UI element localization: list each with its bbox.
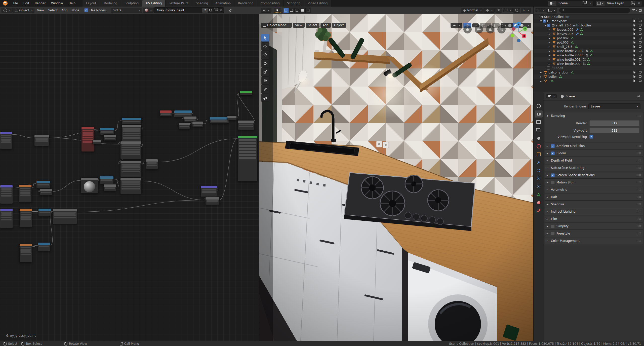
shader-type-dropdown[interactable]: Object▾ [13, 8, 35, 13]
panel-hair[interactable]: ►Hair [545, 194, 643, 200]
viewport-editor-type-button[interactable]: ▾ [261, 8, 271, 13]
shader-node[interactable] [80, 177, 98, 194]
shader-node[interactable] [178, 123, 190, 129]
node-menu-add[interactable]: Add [60, 8, 69, 13]
outliner-display-mode-dropdown[interactable]: ▾ [546, 8, 557, 13]
properties-tab-scene[interactable] [535, 135, 543, 142]
viewport-visibility-icon[interactable] [638, 71, 642, 74]
menu-render[interactable]: Render [32, 2, 48, 5]
select-arrow-icon[interactable] [633, 79, 636, 83]
shader-node[interactable] [100, 128, 114, 135]
tool-move[interactable] [261, 51, 269, 59]
mesh-icon[interactable] [575, 45, 578, 48]
viewport-menu-object[interactable]: Object [332, 23, 346, 28]
panel-bloom[interactable]: ►✓Bloom [545, 150, 643, 157]
outliner-row[interactable]: ►wine bottle 2.002 [534, 49, 644, 53]
nodes-icon[interactable] [585, 49, 589, 53]
node-canvas[interactable]: Grey_glossy_paint [0, 14, 259, 341]
tab-video-editing[interactable]: Video Editing [304, 0, 331, 7]
select-mode-intersect[interactable] [305, 8, 311, 13]
perspective-grid-icon[interactable] [463, 25, 472, 33]
select-arrow-icon[interactable] [633, 62, 636, 65]
tab-modeling[interactable]: Modeling [100, 0, 121, 7]
shader-node[interactable] [122, 125, 142, 141]
viewport-visibility-icon[interactable] [638, 41, 642, 44]
mesh-icon[interactable] [587, 62, 590, 65]
viewport-visibility-icon[interactable] [638, 28, 642, 31]
node-menu-node[interactable]: Node [69, 8, 81, 13]
panel-volumetric[interactable]: ►Volumetric [545, 186, 643, 193]
shader-node-editor[interactable]: ▾ Object▾ ViewSelectAddNode ✓ Use Nodes … [0, 7, 259, 341]
gizmo-z-axis[interactable]: Z [516, 22, 521, 26]
shader-node[interactable] [0, 209, 13, 228]
mesh-icon[interactable] [571, 36, 574, 40]
select-mode-extend[interactable] [289, 8, 294, 13]
properties-editor-type-button[interactable]: ▾ [546, 94, 557, 98]
viewport-visibility-icon[interactable] [638, 32, 642, 35]
collection-checkbox[interactable] [547, 66, 550, 70]
panel-color-management[interactable]: ►Color Management [545, 238, 643, 244]
fake-user-shield-icon[interactable] [208, 8, 213, 13]
panel-motion-blur[interactable]: ►Motion Blur [545, 179, 643, 186]
panel-simplify[interactable]: ►Simplify [545, 223, 643, 229]
tab-uv-editing[interactable]: UV Editing [142, 0, 165, 7]
outliner-row[interactable]: ►wine bottle.002 [534, 62, 644, 66]
shader-node[interactable] [120, 141, 141, 159]
scene-selector[interactable]: ▾ Scene ✕ [548, 1, 594, 6]
viewport-visibility-icon[interactable] [638, 45, 642, 48]
properties-pin-icon[interactable] [636, 94, 641, 99]
properties-tab-physics[interactable] [535, 175, 543, 182]
shader-node[interactable] [227, 116, 237, 120]
use-nodes-checkbox[interactable]: ✓ [84, 8, 88, 12]
mesh-icon[interactable] [571, 41, 574, 44]
viewport-visibility-icon[interactable] [638, 49, 642, 53]
properties-tab-object[interactable] [535, 151, 543, 158]
view-layer-remove-button[interactable]: ✕ [636, 2, 642, 5]
properties-tab-texture[interactable] [535, 207, 543, 214]
panel-shadows[interactable]: ►Shadows [545, 201, 643, 208]
scene-unlink-button[interactable]: ✕ [588, 2, 593, 5]
gizmo-x-neg[interactable] [512, 27, 515, 31]
wrench-icon[interactable] [576, 32, 579, 35]
panel-checkbox[interactable]: ✓ [551, 151, 555, 155]
shader-node[interactable] [237, 136, 258, 181]
select-mode-new[interactable] [283, 8, 289, 13]
scene-icon[interactable]: ▾ [548, 1, 556, 6]
shader-node[interactable] [19, 208, 32, 227]
shader-node[interactable] [120, 178, 141, 194]
panel-screen-space-reflections[interactable]: ►✓Screen Space Reflections [545, 172, 643, 178]
shader-node[interactable] [120, 161, 141, 177]
panel-film[interactable]: ►Film [545, 216, 643, 222]
tab-scripting[interactable]: Scripting [283, 0, 304, 7]
shader-node[interactable] [0, 131, 12, 149]
snap-target-dropdown[interactable]: ▾ [503, 8, 513, 12]
tool-scale[interactable] [261, 68, 269, 76]
shader-node[interactable] [103, 184, 116, 191]
mesh-icon[interactable] [590, 54, 593, 57]
properties-tab-constraints[interactable] [535, 183, 543, 190]
shader-node[interactable] [38, 242, 51, 251]
select-arrow-icon[interactable] [633, 36, 636, 40]
shader-node[interactable] [81, 127, 94, 152]
viewport-scene[interactable]: Object Mode▾ View Select Add Object ▾ ▾ … [259, 14, 533, 341]
select-arrow-icon[interactable] [633, 58, 636, 61]
tab-shading[interactable]: Shading [192, 0, 212, 7]
tool-select-box[interactable] [261, 34, 269, 42]
outliner-row[interactable]: ►wine bottle 2.003 [534, 53, 644, 57]
outliner-row[interactable]: ►pot.002 [534, 36, 644, 40]
shader-node[interactable] [34, 135, 50, 146]
material-name-field[interactable]: Grey_glossy_paint [154, 9, 202, 12]
collection-checkbox[interactable]: ✓ [547, 24, 550, 27]
menu-file[interactable]: File [10, 2, 21, 5]
shader-node[interactable] [19, 184, 32, 202]
outliner-row[interactable]: ▼✓shelf_26.6_with_bottles [534, 23, 644, 27]
viewport-visibility-icon[interactable] [638, 79, 642, 83]
select-arrow-icon[interactable] [633, 75, 636, 78]
mesh-icon[interactable] [550, 79, 554, 83]
active-tool-button[interactable] [274, 8, 281, 13]
select-arrow-icon[interactable] [633, 24, 636, 27]
snap-toggle[interactable] [495, 8, 502, 13]
proportional-editing-toggle[interactable] [513, 8, 520, 13]
pivot-point-dropdown[interactable]: ▾ [484, 8, 495, 13]
scene-copy-button[interactable] [581, 1, 588, 6]
